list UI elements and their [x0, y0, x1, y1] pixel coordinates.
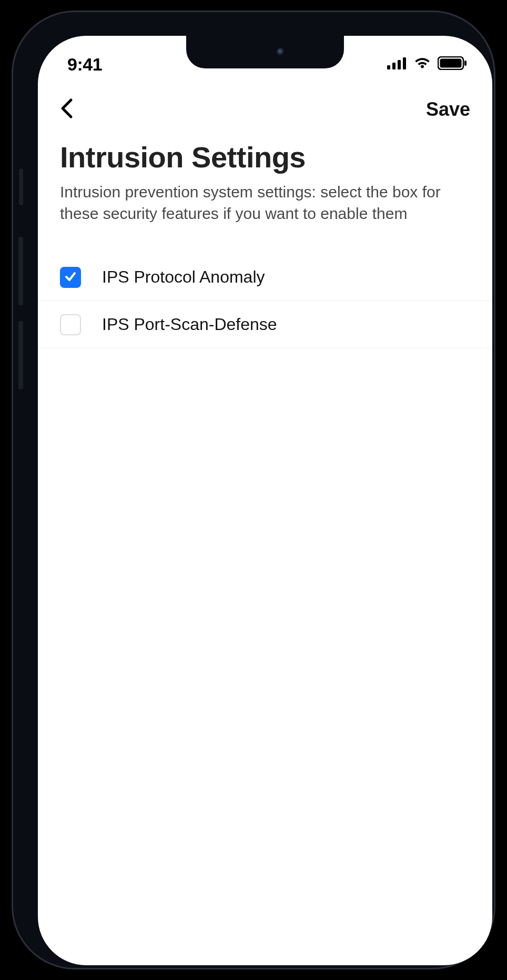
svg-rect-6: [464, 61, 467, 66]
page-header: Intrusion Settings Intrusion prevention …: [38, 131, 492, 224]
checkmark-icon: [64, 269, 77, 285]
cellular-signal-icon: [387, 57, 407, 72]
screen: 9:41: [38, 36, 492, 965]
device-frame: 9:41: [12, 11, 495, 969]
page-description: Intrusion prevention system settings: se…: [60, 182, 470, 224]
device-notch: [186, 36, 344, 68]
status-indicators: [387, 56, 467, 72]
svg-rect-1: [392, 63, 396, 69]
option-label: IPS Port-Scan-Defense: [102, 315, 277, 334]
svg-rect-2: [398, 60, 401, 69]
back-button[interactable]: [55, 98, 78, 121]
option-row-protocol-anomaly[interactable]: IPS Protocol Anomaly: [38, 254, 492, 301]
chevron-left-icon: [59, 98, 73, 121]
svg-rect-5: [440, 59, 462, 68]
option-row-port-scan-defense[interactable]: IPS Port-Scan-Defense: [38, 301, 492, 348]
device-side-button: [19, 168, 23, 205]
svg-rect-0: [387, 65, 390, 69]
status-time: 9:41: [67, 54, 102, 75]
option-label: IPS Protocol Anomaly: [102, 267, 265, 287]
checkbox-protocol-anomaly[interactable]: [60, 267, 81, 288]
device-volume-down-button: [18, 321, 23, 389]
battery-icon: [438, 56, 467, 72]
svg-rect-3: [403, 57, 406, 69]
save-button[interactable]: Save: [426, 98, 470, 121]
checkbox-port-scan-defense[interactable]: [60, 314, 81, 335]
nav-bar: Save: [38, 88, 492, 131]
wifi-icon: [413, 57, 431, 72]
options-list: IPS Protocol Anomaly IPS Port-Scan-Defen…: [38, 254, 492, 348]
page-title: Intrusion Settings: [60, 140, 470, 174]
device-volume-up-button: [18, 237, 23, 305]
camera-dot: [277, 48, 285, 56]
